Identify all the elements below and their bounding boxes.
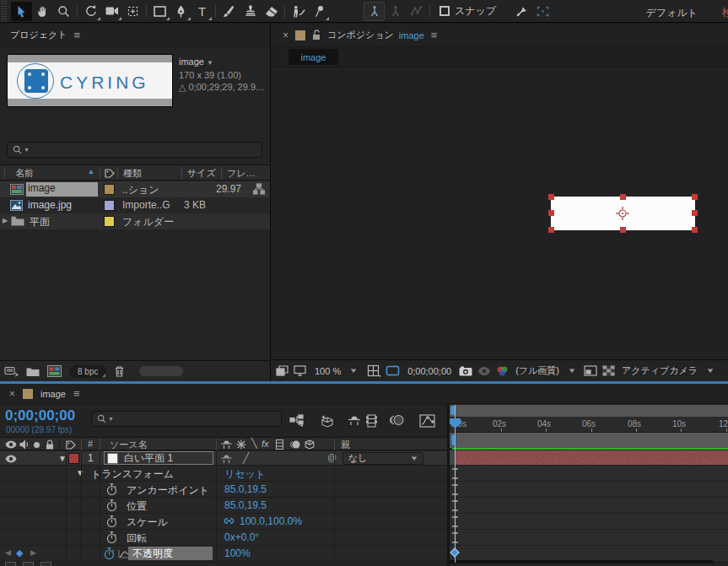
collapse-column-icon[interactable] <box>236 439 246 450</box>
selection-tool[interactable] <box>11 2 32 21</box>
rotate-tool[interactable] <box>80 2 101 21</box>
column-name[interactable]: 名前 <box>15 167 34 180</box>
puppet-pin-tool[interactable] <box>309 2 330 21</box>
layer-name-cell[interactable]: 白い平面 1 <box>104 451 213 465</box>
reset-link[interactable]: リセット <box>224 467 266 482</box>
3d-column-icon[interactable] <box>305 439 315 450</box>
composition-panel-tab[interactable]: × コンポジション image ≡ <box>271 24 728 47</box>
pen-tool[interactable] <box>170 2 191 21</box>
always-preview-icon[interactable] <box>276 365 289 376</box>
label-column-icon[interactable] <box>66 440 76 450</box>
prev-keyframe-arrow[interactable]: ◀ <box>5 548 11 557</box>
timeline-navigator-band[interactable] <box>450 405 728 417</box>
work-area-bar[interactable] <box>450 433 728 448</box>
project-row-folder[interactable]: ▶ 平面 フォルダー <box>0 213 270 229</box>
zoom-tool[interactable] <box>53 2 74 21</box>
comp-mini-flowchart-icon[interactable] <box>289 414 304 427</box>
workspace-selector[interactable]: デフォルト <box>646 6 698 20</box>
column-type[interactable]: 種類 <box>123 167 142 180</box>
graph-editor-icon[interactable] <box>419 414 435 428</box>
choose-grid-icon[interactable] <box>367 364 380 377</box>
sort-ascending-icon[interactable]: ▲ <box>88 168 94 175</box>
property-label[interactable]: アンカーポイント <box>127 483 209 498</box>
transparency-grid-icon[interactable] <box>602 365 615 376</box>
selection-handle[interactable] <box>548 210 554 216</box>
group-expand-arrow[interactable]: ▼ <box>76 468 84 477</box>
layer-visibility-eye-icon[interactable] <box>5 455 17 463</box>
timeline-panel-tab[interactable]: × image ≡ <box>0 384 728 404</box>
hand-tool[interactable] <box>32 2 53 21</box>
snap-toggle[interactable]: スナップ <box>439 4 496 19</box>
quality-column-icon[interactable]: ╲ <box>251 438 257 449</box>
video-column-icon[interactable] <box>5 440 17 449</box>
hide-shy-layers-icon[interactable] <box>348 414 361 426</box>
resolution-dropdown[interactable]: (フル画質) <box>515 364 559 377</box>
horizontal-scrollbar-thumb[interactable] <box>139 366 183 376</box>
layer-row[interactable]: ▼ 1 白い平面 1 ╱ @ なし ▼ <box>0 451 450 466</box>
project-search-input[interactable]: ▼ <box>7 142 262 158</box>
panel-menu-icon[interactable]: ≡ <box>74 29 81 41</box>
rig-tool-3[interactable] <box>406 2 427 21</box>
label-color-tan[interactable] <box>104 184 115 195</box>
text-tool[interactable]: T <box>191 2 213 21</box>
share-arrow-icon[interactable] <box>511 2 532 21</box>
folder-expand-arrow[interactable]: ▶ <box>3 217 8 224</box>
current-time-indicator-line[interactable] <box>455 405 456 563</box>
stopwatch-icon[interactable] <box>106 499 117 512</box>
motion-blur-column-icon[interactable] <box>289 439 300 450</box>
motion-blur-icon[interactable] <box>389 414 404 426</box>
source-name-column[interactable]: ソース名 <box>110 439 148 451</box>
camera-tool[interactable] <box>101 2 122 21</box>
solo-column-icon[interactable] <box>34 442 40 448</box>
opacity-row[interactable]: ◀ ◆ ▶ 不透明度 100% <box>0 546 450 562</box>
composition-viewport[interactable] <box>271 67 728 359</box>
selection-handle[interactable] <box>620 194 626 200</box>
time-ruler[interactable]: :00s 02s 04s 06s 08s 10s 12 <box>450 417 728 433</box>
project-panel-tab[interactable]: プロジェクト ≡ <box>0 24 270 47</box>
viewer-tab-image[interactable]: image <box>289 49 338 65</box>
close-tab-icon[interactable]: × <box>9 388 15 400</box>
brush-tool[interactable] <box>218 2 240 21</box>
clone-stamp-tool[interactable] <box>240 2 261 21</box>
parent-dropdown[interactable]: なし ▼ <box>342 452 423 465</box>
frame-blend-icon[interactable] <box>366 414 377 428</box>
selection-handle[interactable] <box>548 227 554 233</box>
property-value[interactable]: 0x+0.0° <box>224 531 259 543</box>
selection-handle[interactable] <box>620 227 626 233</box>
label-color-yellow[interactable] <box>104 216 115 227</box>
roto-brush-tool[interactable] <box>288 2 309 21</box>
label-column-icon[interactable] <box>105 169 115 178</box>
property-value[interactable]: 100% <box>224 547 251 559</box>
footage-name[interactable]: image <box>179 57 204 67</box>
preview-timecode[interactable]: 0;00;00;00 <box>407 366 451 376</box>
stopwatch-icon[interactable] <box>106 531 117 544</box>
project-row-image-comp[interactable]: image ..ション 29.97 <box>0 181 270 197</box>
pan-behind-tool[interactable] <box>122 2 143 21</box>
show-snapshot-icon[interactable] <box>477 366 491 376</box>
rig-tool-active[interactable] <box>364 2 385 21</box>
unlock-icon[interactable] <box>312 30 321 40</box>
mask-expansion-icon[interactable] <box>532 2 553 21</box>
parent-pickwhip-icon[interactable]: @ <box>327 452 337 462</box>
property-label[interactable]: 回転 <box>127 531 147 546</box>
delete-trash-icon[interactable] <box>114 365 125 377</box>
layer-quality-icon[interactable]: ╱ <box>243 452 249 464</box>
magnification-dropdown[interactable]: 100 % <box>315 366 341 376</box>
label-color-lavender[interactable] <box>104 200 115 211</box>
column-size[interactable]: サイズ <box>187 167 216 180</box>
property-value[interactable]: 85.0,19.5 <box>224 483 267 495</box>
region-of-interest-icon[interactable] <box>386 365 400 376</box>
panel-menu-icon[interactable]: ≡ <box>73 387 80 400</box>
selection-handle[interactable] <box>692 194 698 200</box>
property-label[interactable]: 位置 <box>127 499 147 514</box>
transform-group-label[interactable]: トランスフォーム <box>91 467 174 482</box>
current-timecode[interactable]: 0;00;00;00 <box>5 407 75 424</box>
stopwatch-icon[interactable] <box>106 483 117 496</box>
item-name[interactable]: image.jpg <box>28 199 72 211</box>
item-name[interactable]: 平面 <box>30 215 50 229</box>
timeline-search-input[interactable]: ▼ <box>91 411 282 427</box>
fast-previews-icon[interactable] <box>584 365 597 376</box>
selection-handle[interactable] <box>548 194 554 200</box>
interpret-footage-icon[interactable] <box>4 365 19 377</box>
shy-column-icon[interactable] <box>221 439 232 450</box>
